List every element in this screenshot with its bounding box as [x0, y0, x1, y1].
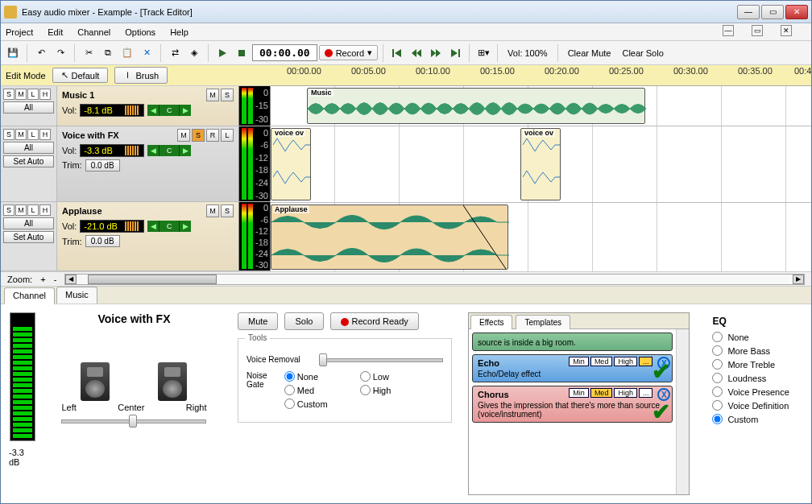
fx-level-min[interactable]: Min [569, 357, 589, 366]
clip-voice-1[interactable]: voice ov [271, 128, 311, 200]
effects-tab[interactable]: Effects [470, 315, 512, 329]
scroll-right-icon[interactable]: ▶ [793, 275, 804, 284]
menu-help[interactable]: Help [170, 27, 188, 37]
copy-icon[interactable]: ⧉ [99, 44, 117, 62]
trim-value[interactable]: 0.0 dB [85, 159, 120, 171]
volume-meter[interactable]: -21.0 dB [80, 220, 144, 233]
timeline-ruler[interactable]: 00:00.00 00:05.00 00:10.00 00:15.00 00:2… [271, 65, 811, 86]
horizontal-scrollbar[interactable]: ◀ ▶ [64, 274, 805, 285]
noise-gate-custom[interactable]: Custom [284, 399, 443, 409]
redo-icon[interactable]: ↷ [52, 44, 69, 62]
save-icon[interactable]: 💾 [4, 44, 22, 62]
smlh-buttons[interactable]: SMLH [3, 204, 54, 216]
tool1-icon[interactable]: ⇄ [166, 44, 184, 62]
fx-level-min[interactable]: Min [569, 388, 589, 398]
clear-solo-button[interactable]: Clear Solo [622, 48, 663, 58]
tab-channel[interactable]: Channel [4, 287, 55, 304]
fx-level-more[interactable]: ... [639, 388, 653, 398]
close-button[interactable]: ✕ [785, 5, 808, 19]
eq-none[interactable]: None [712, 332, 797, 342]
eq-loudness[interactable]: Loudness [712, 373, 797, 383]
menu-edit[interactable]: Edit [48, 27, 63, 37]
menu-channel[interactable]: Channel [77, 27, 110, 37]
pan-slider[interactable] [61, 412, 206, 428]
trim-value[interactable]: 0.0 dB [85, 235, 120, 247]
goto-end-button[interactable] [446, 44, 464, 62]
lock-button[interactable]: L [221, 129, 234, 142]
pan-control[interactable]: ◀C▶ [147, 221, 191, 232]
menu-options[interactable]: Options [125, 27, 155, 37]
fx-level-med[interactable]: Med [590, 388, 613, 398]
fx-level-high[interactable]: High [614, 357, 637, 366]
fx-level-med[interactable]: Med [590, 357, 613, 366]
menu-project[interactable]: Project [6, 27, 33, 37]
fx-level-more[interactable]: ... [639, 357, 653, 366]
all-button[interactable]: All [3, 217, 54, 229]
eq-voice-definition[interactable]: Voice Definition [712, 400, 797, 411]
set-auto-button[interactable]: Set Auto [3, 231, 54, 243]
minimize-button[interactable]: — [737, 5, 760, 19]
timeline[interactable]: Music voice ov voice ov Applause [271, 86, 811, 271]
eq-custom[interactable]: Custom [712, 414, 797, 424]
channel-mute-button[interactable]: Mute [238, 312, 278, 330]
volume-meter[interactable]: -8.1 dB [80, 104, 144, 117]
delete-icon[interactable]: ✕ [138, 44, 155, 62]
voice-removal-slider[interactable] [319, 352, 443, 366]
pan-control[interactable]: ◀C▶ [147, 105, 191, 116]
noise-gate-med[interactable]: Med [284, 385, 349, 395]
clip-applause[interactable]: Applause [271, 204, 508, 270]
scroll-thumb[interactable] [88, 275, 217, 284]
fx-level-high[interactable]: High [614, 388, 637, 398]
noise-gate-high[interactable]: High [360, 385, 425, 395]
eq-voice-presence[interactable]: Voice Presence [712, 386, 797, 397]
snap-icon[interactable]: ⊞▾ [474, 44, 492, 62]
fx-scrollbar[interactable] [676, 329, 689, 494]
clip-voice-2[interactable]: voice ov [520, 128, 561, 200]
eq-more-treble[interactable]: More Treble [712, 359, 797, 370]
mdi-close-icon[interactable]: ✕ [781, 25, 792, 36]
cut-icon[interactable]: ✂ [80, 44, 97, 62]
noise-gate-none[interactable]: None [284, 371, 349, 382]
templates-tab[interactable]: Templates [516, 315, 570, 329]
mdi-restore-icon[interactable]: ▭ [752, 25, 763, 36]
solo-button[interactable]: S [221, 204, 234, 217]
tab-music[interactable]: Music [56, 287, 97, 304]
solo-button[interactable]: S [192, 129, 205, 142]
fx-item-echo[interactable]: Echo Echo/Delay effect Min Med High ... … [472, 354, 673, 382]
smlh-buttons[interactable]: SMLH [3, 89, 54, 100]
play-button[interactable] [213, 44, 231, 62]
noise-gate-low[interactable]: Low [360, 371, 425, 382]
record-button[interactable]: Record▾ [319, 45, 378, 60]
forward-button[interactable] [427, 44, 445, 62]
paste-icon[interactable]: 📋 [118, 44, 136, 62]
volume-meter[interactable]: -3.3 dB [80, 144, 144, 157]
zoom-in-button[interactable]: + [40, 275, 45, 284]
mute-button[interactable]: M [206, 204, 219, 217]
record-ready-button[interactable]: Record Ready [330, 312, 419, 330]
solo-button[interactable]: S [221, 89, 234, 101]
edit-mode-brush[interactable]: ＩBrush [114, 67, 168, 84]
mute-button[interactable]: M [206, 89, 219, 101]
rewind-button[interactable] [408, 44, 425, 62]
all-button[interactable]: All [3, 101, 54, 114]
eq-more-bass[interactable]: More Bass [712, 345, 797, 356]
tool2-icon[interactable]: ◈ [185, 44, 203, 62]
pan-control[interactable]: ◀C▶ [147, 145, 191, 156]
clip-music[interactable]: Music [307, 88, 645, 124]
clear-mute-button[interactable]: Clear Mute [568, 48, 611, 58]
fx-item-chorus[interactable]: Chorus Gives the impression that there's… [472, 386, 673, 423]
rec-button[interactable]: R [206, 129, 219, 142]
fx-item-reverb[interactable]: source is inside a big room. [472, 333, 673, 351]
stop-button[interactable] [233, 44, 251, 62]
all-button[interactable]: All [3, 142, 54, 154]
undo-icon[interactable]: ↶ [32, 44, 50, 62]
maximize-button[interactable]: ▭ [761, 5, 784, 19]
edit-mode-default[interactable]: ↖Default [52, 68, 109, 83]
smlh-buttons[interactable]: SMLH [3, 129, 54, 140]
scroll-left-icon[interactable]: ◀ [65, 275, 77, 284]
zoom-out-button[interactable]: - [54, 275, 57, 284]
channel-solo-button[interactable]: Solo [284, 312, 323, 330]
mute-button[interactable]: M [177, 129, 190, 142]
goto-start-button[interactable] [388, 44, 406, 62]
master-volume-label[interactable]: Vol: 100% [508, 48, 548, 58]
